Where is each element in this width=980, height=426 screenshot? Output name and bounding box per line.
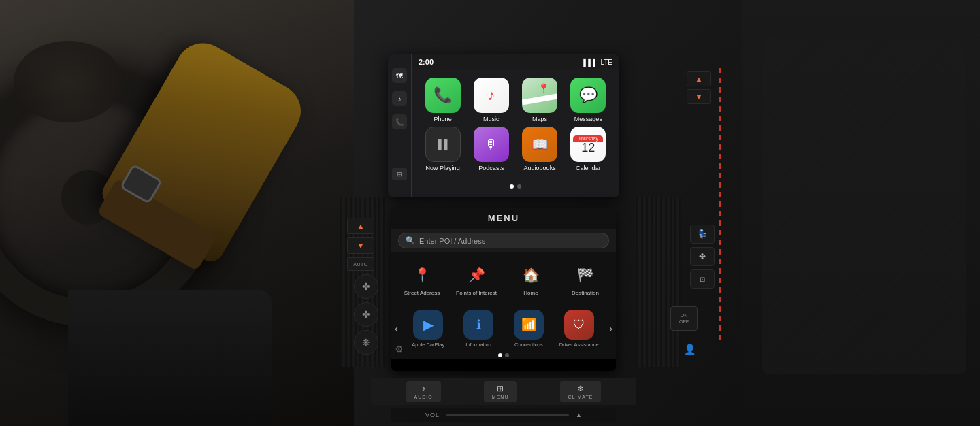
watch [120, 164, 163, 205]
messages-icon: 💬 [570, 78, 606, 113]
network-type: LTE [600, 59, 612, 66]
defrost-btn[interactable]: ❋ [354, 330, 378, 355]
app-podcasts[interactable]: 🎙 Podcasts [467, 127, 515, 176]
menu-poi[interactable]: 📌 Points of Interest [449, 259, 504, 299]
podcasts-icon: 🎙 [474, 127, 509, 162]
audio-button[interactable]: ♪ AUDIO [406, 381, 441, 402]
carplay-screen: 🗺 ♪ 📞 ⊞ 2:00 ▌▌▌ LTE 📞 [388, 54, 619, 197]
sidebar-phone-icon[interactable]: 📞 [392, 114, 407, 129]
audiobooks-icon: 📖 [522, 127, 557, 162]
bottom-control-bar: ♪ AUDIO ⊞ MENU ❄ CLIMATE [371, 378, 636, 405]
destination-label: Destination [572, 290, 599, 296]
signal-bars: ▌▌▌ [583, 59, 598, 66]
search-placeholder: Enter POI / Address [419, 237, 485, 245]
podcasts-label: Podcasts [478, 165, 504, 171]
leather-texture [762, 34, 966, 374]
sidebar-music-icon[interactable]: ♪ [392, 91, 407, 106]
carplay-header: 2:00 ▌▌▌ LTE [412, 54, 619, 69]
up-arrow-btn[interactable]: ▲ [347, 218, 374, 234]
app-now-playing[interactable]: ▐ ▌ Now Playing [419, 127, 467, 176]
red-stitch-detail [719, 68, 721, 340]
search-icon: 🔍 [406, 236, 415, 245]
settings-icon[interactable]: ⚙ [395, 344, 404, 355]
maps-icon: 📍 [522, 78, 557, 113]
menu-button[interactable]: ⊞ MENU [484, 381, 517, 402]
person-icon[interactable]: 👤 [684, 344, 696, 355]
page-dot-1 [510, 184, 514, 189]
left-panel [0, 0, 354, 426]
volume-slider[interactable] [446, 414, 569, 416]
carousel-next[interactable]: › [606, 323, 616, 335]
app-calendar[interactable]: Thursday 12 Calendar [564, 127, 612, 176]
calendar-icon: Thursday 12 [570, 127, 606, 162]
street-address-icon: 📍 [410, 263, 434, 287]
sidebar-map-icon[interactable]: 🗺 [392, 68, 407, 83]
display-btn[interactable]: ⊡ [690, 269, 715, 289]
climate-label: CLIMATE [568, 395, 593, 399]
fan-btn[interactable]: ✤ [354, 274, 378, 299]
carousel-driver-assistance[interactable]: 🛡 Driver Assistance [554, 310, 604, 348]
home-icon: 🏠 [519, 263, 543, 287]
climate-icon: ❄ [577, 384, 584, 393]
down-arrow-btn[interactable]: ▼ [347, 237, 374, 254]
carousel-dot-1 [498, 353, 502, 357]
carplay-carousel-icon: ▶ [413, 310, 443, 340]
volume-bar: VOL ▲ [391, 408, 616, 422]
app-phone[interactable]: 📞 Phone [419, 78, 467, 127]
on-off-button[interactable]: ON OFF [670, 306, 698, 331]
carousel-items-list: ▶ Apple CarPlay ℹ Information 📶 Connecti… [402, 310, 605, 348]
carousel-carplay[interactable]: ▶ Apple CarPlay [403, 310, 453, 348]
auto-btn[interactable]: AUTO [347, 257, 374, 271]
search-box[interactable]: 🔍 Enter POI / Address [398, 233, 609, 248]
carousel-prev[interactable]: ‹ [391, 323, 402, 335]
fan-icon-btn[interactable]: ✤ [690, 247, 715, 266]
menu-destination[interactable]: 🏁 Destination [558, 259, 612, 299]
app-audiobooks[interactable]: 📖 Audiobooks [516, 127, 564, 176]
menu-nav-grid: 📍 Street Address 📌 Points of Interest 🏠 … [391, 252, 616, 306]
menu-screen: MENU 🔍 Enter POI / Address 📍 Street Addr… [391, 208, 616, 371]
street-address-label: Street Address [404, 290, 440, 296]
menu-search-bar[interactable]: 🔍 Enter POI / Address [391, 229, 616, 252]
carousel-connections[interactable]: 📶 Connections [504, 310, 554, 348]
driver-hand [97, 33, 310, 266]
app-music[interactable]: ♪ Music [467, 78, 515, 127]
dashboard-instruments [14, 41, 122, 122]
right-side-controls: 💺 ✤ ⊡ [690, 225, 715, 289]
carplay-app-grid: 📞 Phone ♪ Music 📍 Maps [412, 69, 619, 181]
app-maps[interactable]: 📍 Maps [516, 78, 564, 127]
vol-arrow-up: ▲ [576, 412, 582, 419]
info-carousel-icon: ℹ [463, 310, 493, 340]
menu-label: MENU [492, 395, 509, 399]
fan-btn-2[interactable]: ✤ [354, 302, 378, 327]
right-control-panel: ▲ ▼ [687, 71, 711, 104]
audiobooks-label: Audiobooks [524, 165, 556, 171]
audio-icon: ♪ [421, 384, 425, 393]
audio-label: AUDIO [414, 395, 433, 399]
info-carousel-label: Information [466, 342, 491, 348]
destination-icon: 🏁 [573, 263, 598, 287]
now-playing-icon: ▐ ▌ [425, 127, 461, 162]
carousel-dots [391, 351, 616, 359]
calendar-label: Calendar [576, 165, 601, 171]
sidebar-grid-icon[interactable]: ⊞ [392, 168, 407, 180]
phone-icon: 📞 [425, 78, 461, 113]
menu-home[interactable]: 🏠 Home [504, 259, 558, 299]
menu-street-address[interactable]: 📍 Street Address [395, 259, 449, 299]
climate-button[interactable]: ❄ CLIMATE [560, 381, 602, 402]
driver-carousel-label: Driver Assistance [559, 342, 599, 348]
carousel-information[interactable]: ℹ Information [453, 310, 504, 348]
right-down-btn[interactable]: ▼ [687, 89, 711, 104]
right-up-btn[interactable]: ▲ [687, 71, 711, 86]
speaker-grille-right [636, 197, 681, 367]
app-messages[interactable]: 💬 Messages [564, 78, 612, 127]
right-seat-panel [742, 0, 980, 426]
menu-icon: ⊞ [497, 384, 504, 393]
on-text: ON [681, 312, 688, 318]
seat-heat-btn[interactable]: 💺 [690, 225, 715, 244]
menu-carousel: ‹ ▶ Apple CarPlay ℹ Information 📶 Connec… [391, 306, 616, 351]
connections-carousel-icon: 📶 [514, 310, 544, 340]
driver-carousel-icon: 🛡 [564, 310, 594, 340]
poi-icon: 📌 [464, 263, 489, 287]
menu-title: MENU [391, 208, 616, 229]
left-button-panel: ▲ ▼ AUTO ✤ ✤ ❋ [347, 218, 385, 355]
